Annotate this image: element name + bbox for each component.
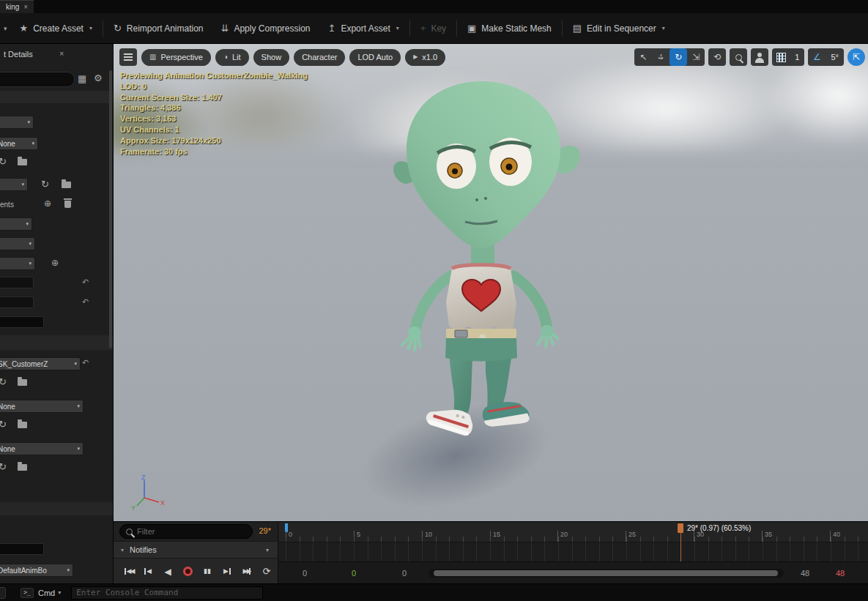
delete-item-icon[interactable]: [64, 201, 71, 208]
perspective-dropdown[interactable]: ▥ Perspective: [141, 49, 211, 66]
use-selected-asset-icon[interactable]: ↻: [0, 157, 7, 166]
chevron-down-icon[interactable]: ▾: [0, 25, 11, 32]
notifies-track-header[interactable]: ▾ Notifies ▾: [114, 541, 278, 559]
rotate-tool-button[interactable]: ↻: [669, 48, 687, 66]
add-item-icon[interactable]: ⊕: [44, 199, 51, 208]
reset-to-default-icon[interactable]: ↶: [82, 359, 89, 367]
grid-view-icon[interactable]: ▦: [78, 74, 86, 83]
chevron-down-icon: ▾: [21, 182, 24, 187]
anim-mode-dropdown[interactable]: DefaultAnimBo ▾: [0, 564, 73, 577]
console-mode-label[interactable]: Cmd: [38, 589, 55, 597]
timeline-scrollbar-thumb[interactable]: [434, 570, 778, 576]
play-reverse-button[interactable]: ◀: [159, 563, 177, 581]
value-input-2[interactable]: [0, 296, 34, 308]
details-dropdown-1[interactable]: ▾: [0, 116, 34, 129]
value-input-1[interactable]: [0, 277, 34, 288]
reimport-animation-button[interactable]: ↻ Reimport Animation: [105, 13, 212, 44]
details-search-input[interactable]: [0, 72, 75, 87]
grid-snap-group: 1: [772, 48, 804, 66]
browse-to-asset-icon[interactable]: [18, 464, 27, 471]
tab-close-icon[interactable]: ×: [23, 3, 28, 11]
range-end-value-red: 48: [836, 569, 845, 578]
ruler-tick: 5: [354, 531, 360, 542]
notifies-track-area[interactable]: [278, 542, 868, 561]
value-input-4[interactable]: [0, 543, 44, 555]
create-asset-button[interactable]: ★ Create Asset ▾: [11, 13, 101, 44]
use-selected-asset-icon[interactable]: ↻: [41, 179, 49, 189]
none-dropdown-1[interactable]: None ▾: [0, 137, 38, 150]
panel-close-icon[interactable]: ×: [59, 49, 64, 58]
select-tool-button[interactable]: ↖: [634, 48, 652, 66]
preview-viewport[interactable]: ▥ Perspective ◑ Lit Show Character LOD A…: [114, 44, 868, 521]
none-dropdown-3[interactable]: None ▾: [0, 442, 84, 455]
expander-icon[interactable]: ▾: [121, 547, 124, 553]
key-button[interactable]: + Key: [412, 13, 455, 44]
current-frame-badge: 29*: [259, 526, 271, 535]
skip-to-start-icon: ◀◀: [127, 568, 134, 575]
console-command-input[interactable]: [71, 586, 263, 600]
details-dropdown-4[interactable]: ▾: [0, 237, 35, 250]
apply-compression-button[interactable]: ⇊ Apply Compression: [212, 13, 319, 44]
to-end-button[interactable]: ▶▶: [238, 563, 256, 581]
details-dropdown-2[interactable]: ▾: [0, 178, 28, 191]
scale-tool-button[interactable]: ⇲: [687, 48, 705, 66]
step-backward-button[interactable]: ◀: [139, 563, 157, 581]
details-dropdown-5[interactable]: ▾: [0, 257, 35, 270]
pause-button[interactable]: ▮▮: [199, 563, 216, 581]
edit-in-sequencer-button[interactable]: ▤ Edit in Sequencer ▾: [564, 13, 674, 44]
timeline-scrollbar-track[interactable]: [429, 569, 784, 578]
timeline-ruler[interactable]: 0 5 10 15 20 25 30 35 40 29* (0.97) (60.…: [278, 522, 868, 542]
grid-snap-button[interactable]: [772, 48, 790, 66]
chevron-down-icon[interactable]: ▾: [266, 547, 269, 553]
lod-dropdown[interactable]: LOD Auto: [349, 49, 401, 66]
use-selected-asset-icon[interactable]: ↻: [0, 377, 7, 387]
show-dropdown[interactable]: Show: [253, 49, 290, 66]
playback-speed-dropdown[interactable]: ▶ x1.0: [405, 49, 445, 66]
use-selected-asset-icon[interactable]: ↻: [0, 462, 7, 471]
rotation-snap-button[interactable]: ∠: [808, 48, 826, 66]
to-front-button[interactable]: ◀◀: [119, 563, 137, 581]
grid-snap-value[interactable]: 1: [790, 53, 804, 61]
reset-to-default-icon[interactable]: ↶: [82, 298, 89, 306]
category-strip: [0, 91, 113, 103]
range-start-value: 0: [303, 569, 307, 578]
zombie-torso: [445, 239, 517, 362]
coordinate-system-button[interactable]: ⟲: [708, 48, 726, 66]
preview-character-button[interactable]: [751, 48, 768, 66]
rotation-snap-value[interactable]: 5°: [826, 53, 844, 61]
record-button[interactable]: [179, 563, 196, 581]
chevron-down-icon[interactable]: ▾: [58, 589, 61, 596]
focus-selected-button[interactable]: [730, 48, 747, 66]
loop-button[interactable]: ⟳: [258, 563, 275, 581]
statusbar-drawer-button[interactable]: [0, 587, 6, 599]
view-mode-dropdown[interactable]: ◑ Lit: [215, 49, 249, 66]
zombie-head: [393, 81, 580, 248]
add-item-icon[interactable]: ⊕: [51, 258, 59, 267]
ruler-tick: 20: [557, 531, 568, 542]
none-dropdown-2[interactable]: None ▾: [0, 400, 84, 413]
tab-customerzombie-walking[interactable]: king ×: [0, 0, 34, 13]
details-scrollbar[interactable]: [109, 70, 112, 348]
settings-gear-icon[interactable]: ⚙: [94, 73, 103, 83]
viewport-options-button[interactable]: [119, 48, 137, 66]
filter-input[interactable]: [137, 527, 246, 536]
character-dropdown[interactable]: Character: [294, 49, 345, 66]
value-input-3[interactable]: [0, 316, 44, 328]
camera-speed-button[interactable]: ⇱: [847, 48, 865, 66]
range-end-value: 48: [801, 569, 809, 578]
reset-to-default-icon[interactable]: ↶: [82, 278, 89, 286]
playhead-marker[interactable]: [678, 523, 683, 533]
use-selected-asset-icon[interactable]: ↻: [0, 419, 7, 429]
browse-to-asset-icon[interactable]: [18, 422, 27, 428]
export-asset-button[interactable]: ↥ Export Asset ▾: [319, 13, 407, 44]
browse-to-asset-icon[interactable]: [62, 182, 71, 188]
browse-to-asset-icon[interactable]: [18, 379, 27, 386]
preview-mesh-dropdown[interactable]: SK_CustomerZ ▾: [0, 357, 81, 370]
details-dropdown-3[interactable]: ▾: [0, 217, 32, 231]
make-static-mesh-button[interactable]: ▣ Make Static Mesh: [459, 13, 560, 44]
move-tool-button[interactable]: ↔ ↕: [652, 48, 669, 66]
step-forward-button[interactable]: ▶: [218, 563, 236, 581]
search-icon: [126, 529, 133, 535]
browse-to-asset-icon[interactable]: [18, 159, 27, 165]
toolbar-separator: [456, 20, 457, 37]
